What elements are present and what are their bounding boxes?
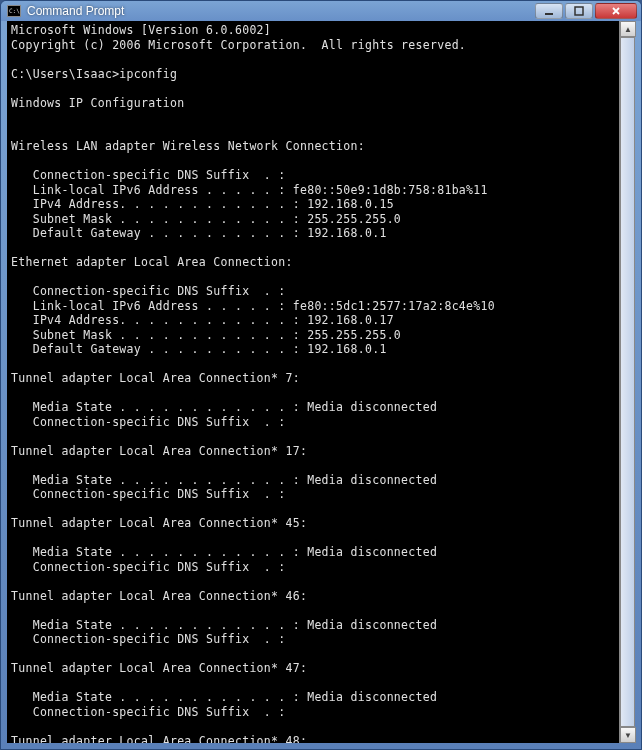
maximize-icon: [574, 6, 584, 16]
title-left: Command Prompt: [7, 4, 124, 18]
titlebar[interactable]: Command Prompt: [1, 1, 641, 21]
scroll-track[interactable]: [620, 37, 635, 727]
vertical-scrollbar[interactable]: ▲ ▼: [619, 21, 635, 743]
close-button[interactable]: [595, 3, 637, 19]
window-title: Command Prompt: [27, 4, 124, 18]
scroll-thumb[interactable]: [620, 37, 635, 727]
svg-rect-1: [575, 7, 583, 15]
cmd-icon: [7, 5, 21, 17]
svg-rect-0: [545, 13, 553, 15]
minimize-icon: [544, 6, 554, 16]
command-prompt-window: Command Prompt Microsoft Windows [Versio…: [0, 0, 642, 750]
minimize-button[interactable]: [535, 3, 563, 19]
window-controls: [535, 3, 637, 19]
maximize-button[interactable]: [565, 3, 593, 19]
scroll-up-button[interactable]: ▲: [620, 21, 636, 37]
close-icon: [611, 6, 621, 16]
scroll-down-button[interactable]: ▼: [620, 727, 636, 743]
terminal-output[interactable]: Microsoft Windows [Version 6.0.6002] Cop…: [7, 21, 635, 743]
